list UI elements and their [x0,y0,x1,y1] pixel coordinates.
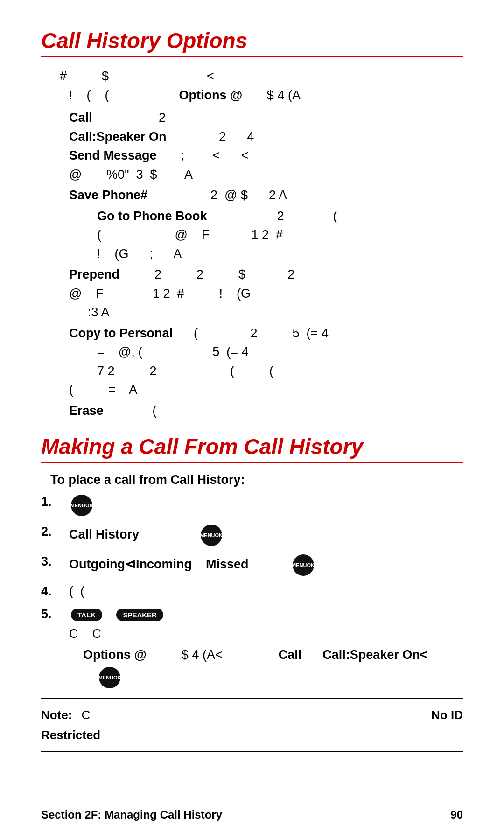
step-5-line1: C C [69,624,427,644]
line-1: # $ < [60,67,463,86]
no-id-label: No ID [431,708,463,722]
line-call-speaker: Call:Speaker On 2 4 [69,127,463,147]
line-save-phone: Save Phone# 2 @ $ 2 A [69,186,463,205]
speaker-button[interactable]: SPEAKER [116,609,163,621]
menu-ok-button-2[interactable]: MENU OK [201,525,222,546]
step-2-content: Call History MENU OK [69,525,463,546]
line-goto-2: ( @ F 1 2 # [97,225,463,245]
step-4: 4. ( ( [41,584,463,599]
step-5-num: 5. [41,607,69,622]
line-prepend: Prepend 2 2 $ 2 [69,265,463,284]
talk-button[interactable]: TALK [71,609,102,621]
section1-content: # $ < ! ( ( Options @ $ 4 (A Call 2 Call… [41,67,463,420]
step-5-line2: Options @ $ 4 (A< Call Call:Speaker On< [69,645,427,665]
note-divider-top [41,698,463,699]
line-send-message-2: @ %0" 3 $ A [69,165,463,184]
line-erase: Erase ( [69,401,463,420]
line-2: ! ( ( Options @ $ 4 (A [69,86,463,105]
step-3-num: 3. [41,554,69,569]
line-send-message: Send Message ; < < [69,146,463,165]
step-2-num: 2. [41,525,69,539]
step-4-num: 4. [41,584,69,599]
step-3-text: Outgoing⊲Incoming Missed [69,557,249,571]
section2-title: Making a Call From Call History [41,434,463,459]
step-2: 2. Call History MENU OK [41,525,463,546]
step-4-content: ( ( [69,584,463,599]
menu-ok-button-1[interactable]: MENU OK [71,495,92,516]
step-1-num: 1. [41,495,69,509]
red-divider-1 [41,56,463,57]
section1-title: Call History Options [41,28,463,53]
line-copy-4: ( = A [69,380,463,399]
footer-left: Section 2F: Managing Call History [41,808,222,821]
line-copy-3: 7 2 2 ( ( [97,362,463,381]
menu-ok-button-5[interactable]: MENU OK [99,667,120,688]
menu-ok-button-3[interactable]: MENU OK [293,554,314,576]
step-1-content: MENU OK [69,495,463,516]
step-1: 1. MENU OK [41,495,463,516]
note-restricted: Restricted [41,728,463,747]
line-prepend-3: :3 A [88,303,463,322]
step-3: 3. Outgoing⊲Incoming Missed MENU OK [41,554,463,576]
line-copy-personal: Copy to Personal ( 2 5 (= 4 [69,324,463,343]
step-2-text: Call History [69,527,139,541]
step-5: 5. TALK SPEAKER C C Options @ $ 4 (A< Ca… [41,607,463,688]
page: Call History Options # $ < ! ( ( Options… [0,0,504,793]
line-prepend-2: @ F 1 2 # ! (G [69,284,463,303]
intro-text: To place a call from Call History: [50,473,463,487]
line-copy-2: = @, ( 5 (= 4 [97,343,463,362]
red-divider-2 [41,462,463,463]
step-5-content: TALK SPEAKER [69,607,165,622]
step-3-content: Outgoing⊲Incoming Missed MENU OK [69,554,463,576]
note-content: C [81,708,431,722]
note-divider-bottom [41,751,463,752]
line-goto-phonebook: Go to Phone Book 2 ( [97,207,463,226]
note-label: Note: [41,708,72,722]
note-row: Note: C No ID [41,702,463,728]
line-goto-3: ! (G ; A [97,245,463,264]
footer: Section 2F: Managing Call History 90 [41,808,463,821]
line-call: Call 2 [69,108,463,127]
steps-list: 1. MENU OK 2. Call History MENU OK [41,495,463,688]
footer-right: 90 [450,808,463,821]
